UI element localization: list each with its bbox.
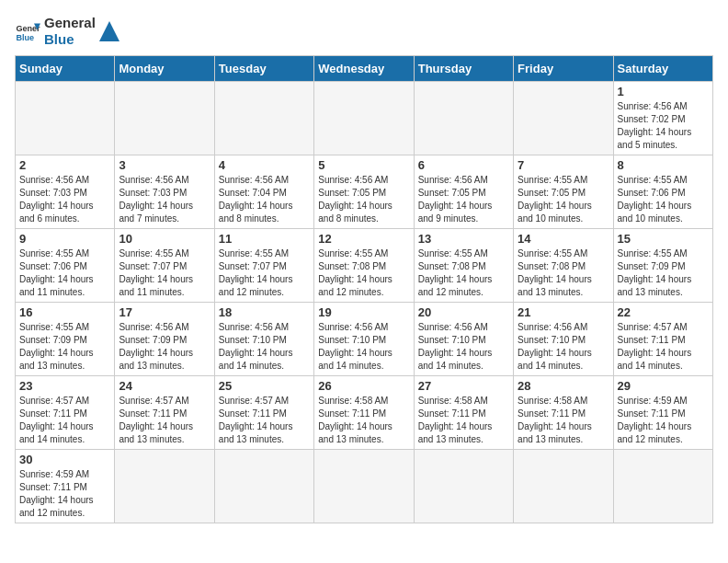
calendar-cell: 6Sunrise: 4:56 AMSunset: 7:05 PMDaylight… [414, 155, 513, 229]
logo: General Blue General Blue [15, 15, 119, 48]
day-info: Sunrise: 4:55 AMSunset: 7:08 PMDaylight:… [418, 247, 509, 299]
calendar-cell: 17Sunrise: 4:56 AMSunset: 7:09 PMDayligh… [115, 303, 214, 376]
weekday-header-saturday: Saturday [613, 56, 712, 82]
calendar-cell [414, 82, 513, 155]
day-info: Sunrise: 4:55 AMSunset: 7:05 PMDaylight:… [518, 174, 609, 225]
day-info: Sunrise: 4:56 AMSunset: 7:10 PMDaylight:… [418, 321, 509, 373]
weekday-header-monday: Monday [115, 56, 214, 82]
weekday-header-friday: Friday [514, 56, 613, 82]
day-number: 20 [418, 305, 509, 319]
calendar-cell: 10Sunrise: 4:55 AMSunset: 7:07 PMDayligh… [115, 229, 214, 303]
calendar-cell: 23Sunrise: 4:57 AMSunset: 7:11 PMDayligh… [16, 376, 115, 450]
logo-blue-text: Blue [44, 31, 96, 48]
calendar-cell [314, 82, 414, 155]
day-number: 25 [219, 379, 310, 393]
day-number: 8 [618, 158, 709, 172]
day-number: 4 [219, 158, 310, 172]
calendar-week-6: 30Sunrise: 4:59 AMSunset: 7:11 PMDayligh… [16, 450, 713, 523]
day-number: 3 [119, 158, 210, 172]
day-number: 17 [119, 305, 210, 319]
day-info: Sunrise: 4:55 AMSunset: 7:07 PMDaylight:… [219, 247, 310, 299]
calendar-table: SundayMondayTuesdayWednesdayThursdayFrid… [15, 55, 713, 523]
day-info: Sunrise: 4:55 AMSunset: 7:06 PMDaylight:… [618, 174, 709, 225]
day-info: Sunrise: 4:55 AMSunset: 7:07 PMDaylight:… [119, 247, 210, 299]
day-number: 14 [518, 232, 609, 246]
calendar-cell: 18Sunrise: 4:56 AMSunset: 7:10 PMDayligh… [214, 303, 313, 376]
day-number: 5 [318, 158, 409, 172]
day-number: 19 [318, 305, 409, 319]
calendar-cell: 4Sunrise: 4:56 AMSunset: 7:04 PMDaylight… [214, 155, 313, 229]
calendar-cell: 20Sunrise: 4:56 AMSunset: 7:10 PMDayligh… [414, 303, 513, 376]
day-info: Sunrise: 4:56 AMSunset: 7:09 PMDaylight:… [119, 321, 210, 373]
day-number: 12 [318, 232, 409, 246]
day-info: Sunrise: 4:57 AMSunset: 7:11 PMDaylight:… [219, 395, 310, 446]
day-info: Sunrise: 4:56 AMSunset: 7:05 PMDaylight:… [318, 174, 409, 225]
calendar-cell [414, 450, 513, 523]
day-info: Sunrise: 4:57 AMSunset: 7:11 PMDaylight:… [119, 395, 210, 446]
day-number: 16 [19, 305, 110, 319]
calendar-cell: 8Sunrise: 4:55 AMSunset: 7:06 PMDaylight… [613, 155, 712, 229]
calendar-body: 1Sunrise: 4:56 AMSunset: 7:02 PMDaylight… [16, 82, 713, 523]
weekday-header-sunday: Sunday [16, 56, 115, 82]
day-info: Sunrise: 4:56 AMSunset: 7:10 PMDaylight:… [219, 321, 310, 373]
calendar-cell: 16Sunrise: 4:55 AMSunset: 7:09 PMDayligh… [16, 303, 115, 376]
calendar-cell [115, 82, 214, 155]
day-number: 27 [418, 379, 509, 393]
calendar-cell: 24Sunrise: 4:57 AMSunset: 7:11 PMDayligh… [115, 376, 214, 450]
day-info: Sunrise: 4:59 AMSunset: 7:11 PMDaylight:… [618, 395, 709, 446]
calendar-cell [214, 450, 313, 523]
day-number: 10 [119, 232, 210, 246]
page-header: General Blue General Blue [15, 15, 713, 48]
day-info: Sunrise: 4:55 AMSunset: 7:08 PMDaylight:… [318, 247, 409, 299]
day-info: Sunrise: 4:55 AMSunset: 7:09 PMDaylight:… [19, 321, 110, 373]
calendar-cell: 15Sunrise: 4:55 AMSunset: 7:09 PMDayligh… [613, 229, 712, 303]
day-info: Sunrise: 4:57 AMSunset: 7:11 PMDaylight:… [19, 395, 110, 446]
day-info: Sunrise: 4:56 AMSunset: 7:10 PMDaylight:… [318, 321, 409, 373]
day-number: 2 [19, 158, 110, 172]
weekday-header-thursday: Thursday [414, 56, 513, 82]
day-number: 23 [19, 379, 110, 393]
day-info: Sunrise: 4:56 AMSunset: 7:05 PMDaylight:… [418, 174, 509, 225]
day-info: Sunrise: 4:56 AMSunset: 7:02 PMDaylight:… [618, 100, 709, 152]
day-info: Sunrise: 4:55 AMSunset: 7:09 PMDaylight:… [618, 247, 709, 299]
calendar-cell: 21Sunrise: 4:56 AMSunset: 7:10 PMDayligh… [514, 303, 613, 376]
calendar-week-5: 23Sunrise: 4:57 AMSunset: 7:11 PMDayligh… [16, 376, 713, 450]
calendar-cell: 30Sunrise: 4:59 AMSunset: 7:11 PMDayligh… [16, 450, 115, 523]
calendar-cell: 25Sunrise: 4:57 AMSunset: 7:11 PMDayligh… [214, 376, 313, 450]
calendar-cell: 19Sunrise: 4:56 AMSunset: 7:10 PMDayligh… [314, 303, 414, 376]
day-number: 29 [618, 379, 709, 393]
weekday-header-row: SundayMondayTuesdayWednesdayThursdayFrid… [16, 56, 713, 82]
calendar-cell: 27Sunrise: 4:58 AMSunset: 7:11 PMDayligh… [414, 376, 513, 450]
day-number: 9 [19, 232, 110, 246]
calendar-week-1: 1Sunrise: 4:56 AMSunset: 7:02 PMDaylight… [16, 82, 713, 155]
calendar-cell [16, 82, 115, 155]
day-number: 22 [618, 305, 709, 319]
calendar-cell: 12Sunrise: 4:55 AMSunset: 7:08 PMDayligh… [314, 229, 414, 303]
day-number: 15 [618, 232, 709, 246]
day-number: 13 [418, 232, 509, 246]
logo-icon: General Blue [15, 18, 40, 44]
weekday-header-wednesday: Wednesday [314, 56, 414, 82]
calendar-cell: 11Sunrise: 4:55 AMSunset: 7:07 PMDayligh… [214, 229, 313, 303]
day-number: 28 [518, 379, 609, 393]
day-number: 26 [318, 379, 409, 393]
calendar-cell [314, 450, 414, 523]
calendar-cell: 9Sunrise: 4:55 AMSunset: 7:06 PMDaylight… [16, 229, 115, 303]
calendar-cell: 28Sunrise: 4:58 AMSunset: 7:11 PMDayligh… [514, 376, 613, 450]
day-number: 30 [19, 453, 110, 466]
calendar-cell: 1Sunrise: 4:56 AMSunset: 7:02 PMDaylight… [613, 82, 712, 155]
calendar-cell [514, 82, 613, 155]
day-number: 21 [518, 305, 609, 319]
day-info: Sunrise: 4:56 AMSunset: 7:10 PMDaylight:… [518, 321, 609, 373]
day-info: Sunrise: 4:56 AMSunset: 7:03 PMDaylight:… [119, 174, 210, 225]
calendar-cell [514, 450, 613, 523]
day-number: 24 [119, 379, 210, 393]
weekday-header-tuesday: Tuesday [214, 56, 313, 82]
calendar-cell: 26Sunrise: 4:58 AMSunset: 7:11 PMDayligh… [314, 376, 414, 450]
calendar-week-3: 9Sunrise: 4:55 AMSunset: 7:06 PMDaylight… [16, 229, 713, 303]
day-info: Sunrise: 4:55 AMSunset: 7:08 PMDaylight:… [518, 247, 609, 299]
calendar-cell: 14Sunrise: 4:55 AMSunset: 7:08 PMDayligh… [514, 229, 613, 303]
day-info: Sunrise: 4:56 AMSunset: 7:04 PMDaylight:… [219, 174, 310, 225]
calendar-cell: 2Sunrise: 4:56 AMSunset: 7:03 PMDaylight… [16, 155, 115, 229]
day-number: 6 [418, 158, 509, 172]
